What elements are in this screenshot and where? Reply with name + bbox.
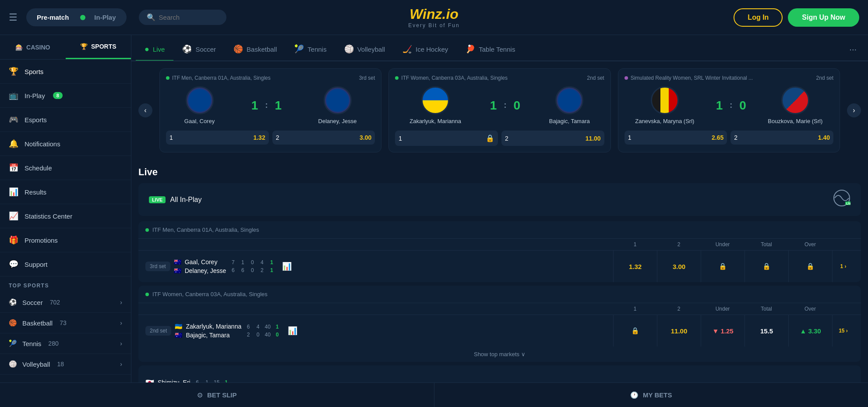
sidebar-item-schedule[interactable]: 📅 Schedule: [0, 156, 131, 180]
sport-item-basketball[interactable]: 🏀 Basketball 73 ›: [0, 313, 131, 333]
odd-cell-1-2[interactable]: 3.00: [657, 251, 701, 282]
odd-cell-2-2[interactable]: 11.00: [657, 315, 701, 347]
all-inplay-label: All In-Play: [170, 196, 201, 204]
sport-item-tennis[interactable]: 🎾 Tennis 280 ›: [0, 333, 131, 354]
basketball-sport-icon: 🏀: [9, 319, 17, 327]
my-bets-button[interactable]: 🕐 MY BETS: [434, 383, 868, 407]
search-icon: 🔍: [147, 13, 155, 21]
sidebar-item-sports[interactable]: 🏆 Sports: [0, 60, 131, 84]
sport-item-soccer[interactable]: ⚽ Soccer 702 ›: [0, 292, 131, 313]
menu-icon[interactable]: ☰: [9, 12, 18, 23]
odd-1-btn-2[interactable]: 2 3.00: [272, 131, 375, 145]
tab-basketball[interactable]: 🏀 Basketball: [225, 40, 286, 61]
more-tabs-button[interactable]: ···: [842, 40, 864, 60]
live-tab-label: Live: [153, 46, 165, 53]
score-row-1a: 7 1 0 4 1: [229, 259, 275, 265]
carousel-prev-button[interactable]: ‹: [138, 103, 152, 117]
match-cols-2: 1 2 Under Total Over: [138, 303, 861, 315]
sidebar-item-inplay[interactable]: 📺 In-Play 8: [0, 84, 131, 108]
featured-card-2: ITF Women, Canberra 03A, Australia, Sing…: [388, 68, 610, 152]
card-players-2: Zakarlyuk, Marianna 1 : 0 Bajagic, Tamar…: [395, 86, 604, 124]
carousel-next-button[interactable]: ›: [847, 103, 861, 117]
odd-cell-2-under[interactable]: ▼ 1.25: [701, 315, 745, 347]
tab-live[interactable]: ● Live: [136, 40, 173, 61]
score-separator-2: :: [504, 101, 506, 110]
arrow-cell-1[interactable]: 1 ›: [832, 251, 854, 282]
col-over-label: Over: [788, 241, 832, 248]
all-inplay-bar[interactable]: LIVE All In-Play LIVE: [138, 183, 861, 216]
partial-match-row: 🇯🇵 Shimizu, Eri 6 1 15 1: [138, 365, 861, 382]
signup-button[interactable]: Sign Up Now: [788, 8, 859, 27]
sidebar-tab-casino[interactable]: 🎰 CASINO: [0, 35, 66, 59]
sidebar-tab-sports[interactable]: 🏆 SPORTS: [66, 35, 131, 59]
sidebar-item-support[interactable]: 💬 Support: [0, 252, 131, 276]
col-2-label-2: 2: [657, 306, 701, 312]
arrow-cell-2[interactable]: 15 ›: [832, 315, 854, 347]
tab-tennis[interactable]: 🎾 Tennis: [286, 40, 335, 61]
card-league-label-1: ITF Men, Canberra 01A, Australia, Single…: [172, 75, 271, 81]
sidebar-item-promotions[interactable]: 🎁 Promotions: [0, 228, 131, 252]
odd-2-btn-1[interactable]: 1 🔒: [395, 131, 498, 146]
score-3-left: 1: [716, 99, 723, 113]
pre-match-button[interactable]: Pre-match: [28, 10, 78, 25]
sports-nav-label: Sports: [25, 68, 43, 75]
tennis-live-icon: LIVE: [833, 189, 850, 210]
match-type-toggle: Pre-match In-Play: [26, 8, 127, 26]
odd-2-label-1: 1: [399, 135, 402, 142]
tab-icehockey[interactable]: 🏒 Ice Hockey: [394, 40, 457, 61]
group-league-1: ITF Men, Canberra 01A, Australia, Single…: [152, 227, 259, 233]
show-top-markets[interactable]: Show top markets ∨: [138, 347, 861, 362]
login-button[interactable]: Log In: [734, 8, 783, 27]
odd-3-btn-1[interactable]: 1 2.65: [625, 131, 727, 145]
odd-cell-2-over[interactable]: ▲ 3.30: [788, 315, 832, 347]
odd-cell-2-total[interactable]: 15.5: [745, 315, 788, 347]
in-play-button[interactable]: In-Play: [85, 10, 124, 25]
sidebar-item-statistics[interactable]: 📈 Statistics Center: [0, 204, 131, 228]
odd-cell-1-1[interactable]: 1.32: [613, 251, 657, 282]
odd-3-value-1: 2.65: [712, 134, 723, 141]
chart-btn-2[interactable]: 📊: [284, 326, 301, 336]
col-total-label-2: Total: [745, 306, 788, 312]
sidebar-item-notifications[interactable]: 🔔 Notifications: [0, 132, 131, 156]
tab-volleyball[interactable]: 🏐 Volleyball: [335, 40, 394, 61]
odd-3-btn-2[interactable]: 2 1.40: [730, 131, 833, 145]
basketball-sport-label: Basketball: [22, 319, 53, 327]
results-icon: 📊: [9, 187, 18, 197]
flag-ua-2: [421, 86, 449, 114]
tab-tabletennis[interactable]: 🏓 Table Tennis: [457, 40, 524, 61]
soccer-tab-icon: ⚽: [182, 44, 192, 54]
odd-3-value-2: 1.40: [818, 134, 830, 141]
featured-card-3: Simulated Reality Women, SRL Winter Invi…: [618, 68, 840, 152]
odd-cell-1-under[interactable]: 🔒: [701, 251, 745, 282]
score-2-left: 1: [490, 99, 497, 113]
player-name-1b: Delaney, Jesse: [185, 267, 226, 274]
tennis-sport-label: Tennis: [22, 340, 41, 347]
sidebar-item-results[interactable]: 📊 Results: [0, 180, 131, 204]
chart-btn-1[interactable]: 📊: [279, 262, 295, 271]
inplay-icon: 📺: [9, 91, 18, 100]
odd-cell-1-over[interactable]: 🔒: [788, 251, 832, 282]
card-odds-1: 1 1.32 2 3.00: [166, 131, 375, 145]
support-nav-label: Support: [25, 261, 48, 268]
score-separator-1: :: [265, 101, 268, 110]
results-nav-label: Results: [25, 188, 46, 196]
soccer-sport-icon: ⚽: [9, 298, 17, 306]
odd-2-btn-2[interactable]: 2 11.00: [501, 131, 604, 146]
sport-item-volleyball[interactable]: 🏐 Volleyball 18 ›: [0, 354, 131, 375]
top-sports-label: TOP SPORTS: [0, 276, 131, 292]
group-live-dot-1: [145, 228, 149, 232]
card-header-1: ITF Men, Canberra 01A, Australia, Single…: [166, 75, 375, 81]
sidebar-item-esports[interactable]: 🎮 Esports: [0, 108, 131, 132]
score-display-3: 1 : 0: [716, 99, 746, 113]
player-name-1a: Gaal, Corey: [185, 258, 218, 265]
odd-cell-1-total[interactable]: 🔒: [745, 251, 788, 282]
player-1-left: Gaal, Corey: [184, 86, 215, 124]
score-row-2a: 6 4 40 1: [245, 324, 281, 330]
odd-cell-2-1[interactable]: 🔒: [613, 315, 657, 347]
tab-soccer[interactable]: ⚽ Soccer: [173, 40, 225, 61]
player-row-1b: 🇦🇺 Delaney, Jesse: [174, 267, 226, 274]
odd-1-btn-1[interactable]: 1 1.32: [166, 131, 269, 145]
bet-slip-button[interactable]: ⊙ BET SLIP: [0, 383, 434, 407]
card-header-3: Simulated Reality Women, SRL Winter Invi…: [625, 75, 833, 81]
search-input[interactable]: [159, 14, 212, 21]
